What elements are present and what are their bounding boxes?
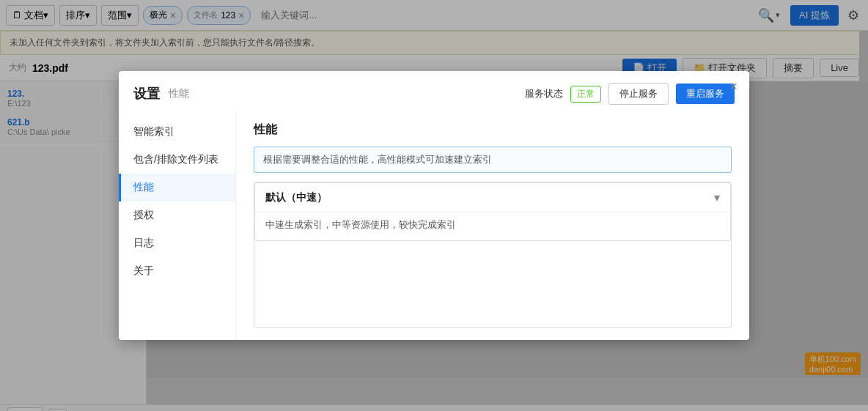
restart-service-label: 重启服务 xyxy=(686,88,724,99)
nav-item-smart-index[interactable]: 智能索引 xyxy=(119,118,235,146)
nav-item-performance[interactable]: 性能 xyxy=(119,174,235,201)
stop-service-label: 停止服务 xyxy=(619,88,658,99)
nav-item-log[interactable]: 日志 xyxy=(119,229,235,257)
stop-service-btn[interactable]: 停止服务 xyxy=(608,83,669,105)
performance-select-box: 默认（中速） ▾ 中速生成索引，中等资源使用，较快完成索引 xyxy=(254,182,731,241)
performance-select-desc: 中速生成索引，中等资源使用，较快完成索引 xyxy=(255,212,730,240)
modal-title: 设置 xyxy=(133,85,160,103)
status-badge: 正常 xyxy=(570,86,601,103)
performance-select-header[interactable]: 默认（中速） ▾ xyxy=(255,183,730,212)
service-status-label: 服务状态 xyxy=(525,87,563,100)
nav-item-file-list[interactable]: 包含/排除文件列表 xyxy=(119,146,235,174)
modal-header-right: 服务状态 正常 停止服务 重启服务 xyxy=(525,83,735,105)
modal-close-btn[interactable]: × xyxy=(729,80,738,93)
nav-item-about[interactable]: 关于 xyxy=(119,257,235,285)
modal-body: 智能索引 包含/排除文件列表 性能 授权 日志 关于 xyxy=(119,111,749,340)
modal-overlay: 设置 性能 服务状态 正常 停止服务 重启服务 × 智能索引 xyxy=(0,0,868,411)
nav-item-license[interactable]: 授权 xyxy=(119,201,235,229)
modal-nav: 智能索引 包含/排除文件列表 性能 授权 日志 关于 xyxy=(119,111,236,340)
modal-subtitle: 性能 xyxy=(169,87,189,100)
performance-desc-box: 根据需要调整合适的性能，高性能模式可加速建立索引 xyxy=(254,147,732,173)
modal-content: 性能 根据需要调整合适的性能，高性能模式可加速建立索引 默认（中速） ▾ 中速生… xyxy=(236,111,749,340)
restart-service-btn[interactable]: 重启服务 xyxy=(676,84,735,104)
content-section-title: 性能 xyxy=(254,122,732,138)
settings-modal: 设置 性能 服务状态 正常 停止服务 重启服务 × 智能索引 xyxy=(119,71,749,340)
chevron-down-icon: ▾ xyxy=(714,190,720,204)
performance-select-scroll[interactable]: 默认（中速） ▾ 中速生成索引，中等资源使用，较快完成索引 xyxy=(254,182,732,328)
modal-header: 设置 性能 服务状态 正常 停止服务 重启服务 × xyxy=(119,71,749,111)
performance-select-title: 默认（中速） xyxy=(265,191,327,204)
